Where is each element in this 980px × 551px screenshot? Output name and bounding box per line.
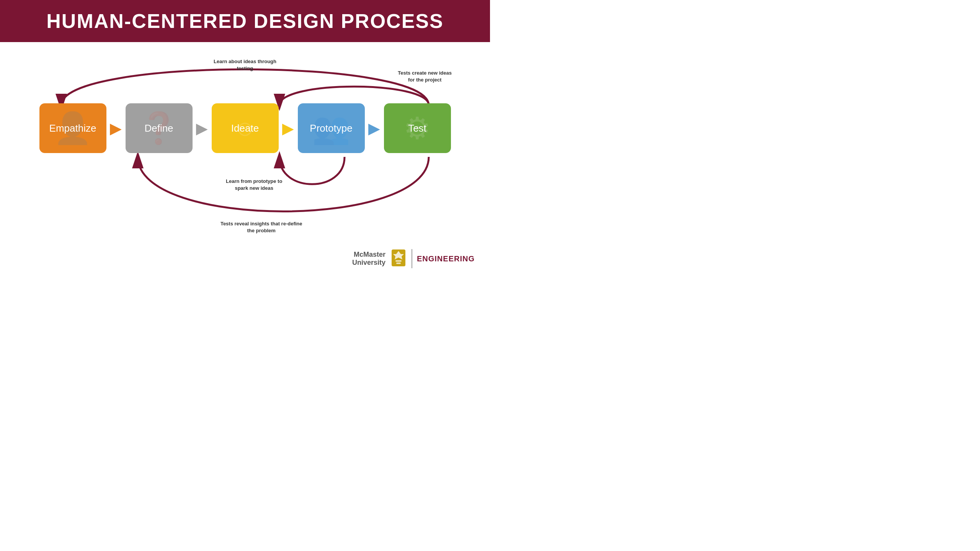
- process-steps-row: 👤 Empathize ▶ ❓ Define ▶ ○ Ideate ▶ 👥 Pr…: [0, 103, 490, 153]
- logo-divider: [412, 249, 412, 268]
- step-test: ⚙ Test: [384, 103, 451, 153]
- arrow-empathize-define: ▶: [106, 121, 126, 136]
- logo-mcmaster-text: McMaster University: [352, 251, 385, 267]
- step-test-label: Test: [408, 122, 426, 134]
- step-empathize-label: Empathize: [49, 122, 96, 134]
- step-define-label: Define: [144, 122, 173, 134]
- logo-mcmaster-line1: McMaster: [352, 251, 385, 259]
- logo-area: McMaster University ENGINEERING: [352, 249, 475, 269]
- arrow-prototype-test: ▶: [365, 121, 384, 136]
- annotation-top-center: Learn about ideas through testing: [214, 58, 276, 72]
- step-ideate: ○ Ideate: [212, 103, 279, 153]
- svg-rect-2: [395, 260, 402, 262]
- arrow-define-ideate: ▶: [193, 121, 212, 136]
- mcmaster-crest-icon: [390, 249, 407, 269]
- step-prototype: 👥 Prototype: [298, 103, 365, 153]
- step-define: ❓ Define: [126, 103, 193, 153]
- page-title: HUMAN-CENTERED DESIGN PROCESS: [46, 10, 443, 33]
- main-content: Learn about ideas through testing Tests …: [0, 42, 490, 276]
- arrow-ideate-prototype: ▶: [279, 121, 298, 136]
- step-ideate-label: Ideate: [231, 122, 259, 134]
- svg-rect-3: [396, 262, 401, 264]
- step-prototype-label: Prototype: [310, 122, 352, 134]
- logo-mcmaster-line2: University: [352, 259, 385, 267]
- annotation-bottom-center: Tests reveal insights that re-define the…: [220, 220, 302, 234]
- logo-engineering-label: ENGINEERING: [417, 254, 475, 263]
- step-empathize: 👤 Empathize: [39, 103, 106, 153]
- annotation-mid-right: Learn from prototype to spark new ideas: [226, 178, 282, 192]
- header-bar: HUMAN-CENTERED DESIGN PROCESS: [0, 0, 490, 42]
- annotation-top-right: Tests create new ideas for the project: [398, 70, 452, 83]
